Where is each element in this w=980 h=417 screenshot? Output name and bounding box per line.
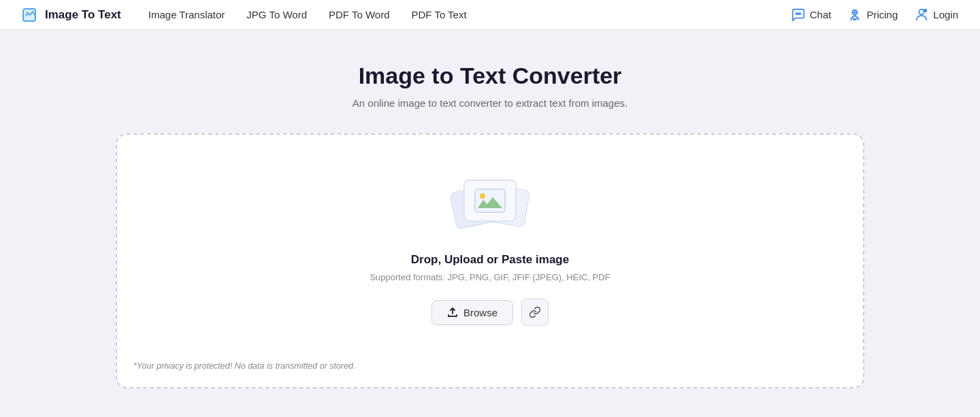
nav-links: Image Translator JPG To Word PDF To Word… <box>148 9 791 20</box>
chat-icon <box>791 7 806 22</box>
nav-right: Chat Pricing 0 Login <box>791 7 958 22</box>
chat-nav-item[interactable]: Chat <box>791 7 832 22</box>
upload-drop-zone[interactable]: Drop, Upload or Paste image Supported fo… <box>131 148 849 358</box>
img-card-front <box>463 180 517 222</box>
login-nav-item[interactable]: 0 Login <box>914 7 958 22</box>
login-label: Login <box>933 9 958 20</box>
upload-heading: Drop, Upload or Paste image <box>411 253 569 267</box>
svg-point-2 <box>26 11 28 13</box>
svg-text:0: 0 <box>924 10 926 12</box>
chat-label: Chat <box>810 9 832 20</box>
browse-label: Browse <box>463 307 497 318</box>
svg-point-3 <box>796 13 797 14</box>
logo-text: Image To Text <box>45 8 121 22</box>
svg-point-4 <box>798 13 799 14</box>
upload-actions: Browse <box>431 299 549 326</box>
login-icon: 0 <box>914 7 929 22</box>
pricing-label: Pricing <box>866 9 898 20</box>
jpg-to-word-link[interactable]: JPG To Word <box>246 9 307 20</box>
upload-container: Drop, Upload or Paste image Supported fo… <box>116 133 864 388</box>
pricing-nav-item[interactable]: Pricing <box>847 7 898 22</box>
privacy-note: *Your privacy is protected! No data is t… <box>131 361 849 371</box>
navbar: Image To Text Image Translator JPG To Wo… <box>0 0 980 30</box>
paste-url-button[interactable] <box>521 299 549 326</box>
pricing-icon <box>847 7 862 22</box>
pdf-to-word-link[interactable]: PDF To Word <box>329 9 389 20</box>
main-content: Image to Text Converter An online image … <box>0 30 980 388</box>
svg-point-5 <box>800 13 801 14</box>
upload-illustration <box>453 176 527 237</box>
svg-point-7 <box>919 9 924 14</box>
upload-icon <box>447 307 458 318</box>
image-translator-link[interactable]: Image Translator <box>148 9 225 20</box>
link-icon <box>529 306 541 318</box>
page-subtitle: An online image to text converter to ext… <box>353 97 627 109</box>
image-placeholder-icon <box>474 188 506 214</box>
browse-button[interactable]: Browse <box>431 300 513 325</box>
upload-formats: Supported formats: JPG, PNG, GIF, JFIF (… <box>370 272 610 282</box>
logo-icon <box>22 6 39 24</box>
svg-point-11 <box>480 193 485 199</box>
logo[interactable]: Image To Text <box>22 6 121 24</box>
page-title: Image to Text Converter <box>359 63 622 89</box>
pdf-to-text-link[interactable]: PDF To Text <box>411 9 466 20</box>
